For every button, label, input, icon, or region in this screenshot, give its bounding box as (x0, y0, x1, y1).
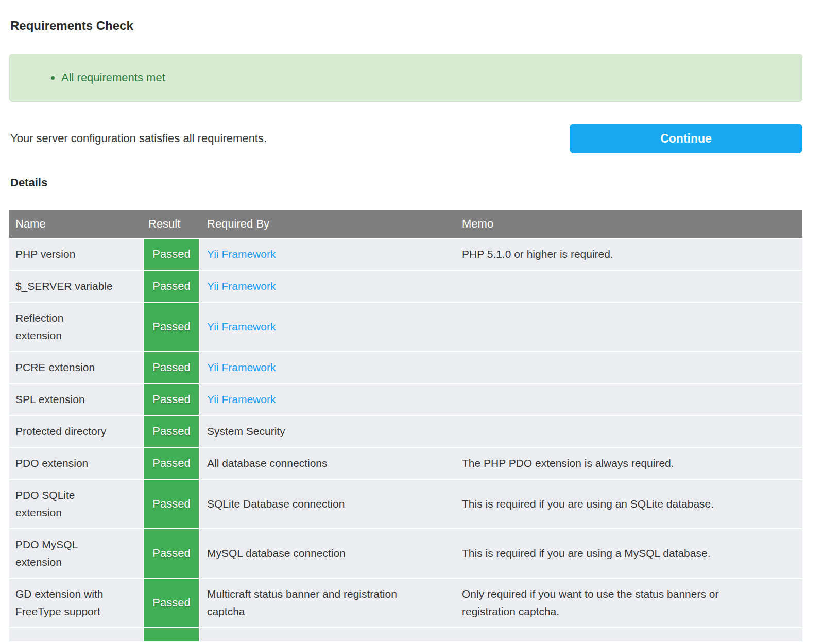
name-cell: PDO MySQL extension (9, 529, 143, 579)
name-cell: PCRE extension (9, 352, 143, 384)
result-badge (143, 628, 200, 642)
required-by-cell: System Security (200, 416, 456, 448)
col-header-result: Result (143, 210, 200, 239)
required-by-cell: Yii Framework (200, 384, 456, 416)
table-row (9, 628, 802, 642)
result-badge: Passed (143, 448, 200, 480)
required-by-link[interactable]: Yii Framework (207, 280, 276, 292)
alert-item: All requirements met (61, 71, 802, 85)
table-body: PHP versionPassedYii FrameworkPHP 5.1.0 … (9, 239, 802, 642)
name-cell: GD extension with FreeType support (9, 579, 143, 628)
required-by-link[interactable]: Yii Framework (207, 321, 276, 333)
name-cell (9, 628, 143, 642)
memo-cell (456, 416, 802, 448)
name-cell: $_SERVER variable (9, 271, 143, 303)
status-text: Your server configuration satisfies all … (9, 132, 267, 145)
table-row: $_SERVER variablePassedYii Framework (9, 271, 802, 303)
name-cell: PHP version (9, 239, 143, 271)
required-by-cell: SQLite Database connection (200, 480, 456, 529)
result-badge: Passed (143, 303, 200, 352)
table-row: PHP versionPassedYii FrameworkPHP 5.1.0 … (9, 239, 802, 271)
result-badge: Passed (143, 529, 200, 579)
required-by-cell: MySQL database connection (200, 529, 456, 579)
name-cell: Protected directory (9, 416, 143, 448)
result-badge: Passed (143, 384, 200, 416)
requirements-table: Name Result Required By Memo PHP version… (9, 210, 802, 642)
required-by-cell: Yii Framework (200, 239, 456, 271)
memo-cell (456, 271, 802, 303)
memo-cell: This is required if you are using a MySQ… (456, 529, 802, 579)
result-badge: Passed (143, 352, 200, 384)
memo-cell (456, 352, 802, 384)
page-title: Requirements Check (10, 19, 802, 33)
required-by-cell: Yii Framework (200, 303, 456, 352)
memo-cell (456, 384, 802, 416)
required-by-cell: Yii Framework (200, 271, 456, 303)
required-by-cell: All database connections (200, 448, 456, 480)
success-alert: All requirements met (9, 54, 802, 102)
details-title: Details (10, 176, 802, 189)
required-by-cell: Yii Framework (200, 352, 456, 384)
name-cell: PDO SQLite extension (9, 480, 143, 529)
alert-list: All requirements met (10, 71, 802, 85)
result-badge: Passed (143, 579, 200, 628)
continue-button[interactable]: Continue (570, 124, 802, 153)
table-header-row: Name Result Required By Memo (9, 210, 802, 239)
table-row: PCRE extensionPassedYii Framework (9, 352, 802, 384)
required-by-link[interactable]: Yii Framework (207, 248, 276, 260)
table-row: Protected directoryPassedSystem Security (9, 416, 802, 448)
result-badge: Passed (143, 271, 200, 303)
table-row: PDO SQLite extensionPassedSQLite Databas… (9, 480, 802, 529)
memo-cell: Only required if you want to use the sta… (456, 579, 802, 628)
required-by-cell (200, 628, 456, 642)
status-row: Your server configuration satisfies all … (9, 124, 802, 153)
required-by-link[interactable]: Yii Framework (207, 393, 276, 405)
required-by-cell: Multicraft status banner and registratio… (200, 579, 456, 628)
memo-cell: PHP 5.1.0 or higher is required. (456, 239, 802, 271)
table-row: GD extension with FreeType supportPassed… (9, 579, 802, 628)
name-cell: Reflection extension (9, 303, 143, 352)
table-row: PDO MySQL extensionPassedMySQL database … (9, 529, 802, 579)
table-row: SPL extensionPassedYii Framework (9, 384, 802, 416)
result-badge: Passed (143, 416, 200, 448)
name-cell: PDO extension (9, 448, 143, 480)
memo-cell (456, 628, 802, 642)
result-badge: Passed (143, 239, 200, 271)
memo-cell: This is required if you are using an SQL… (456, 480, 802, 529)
memo-cell (456, 303, 802, 352)
table-row: PDO extensionPassedAll database connecti… (9, 448, 802, 480)
col-header-memo: Memo (456, 210, 802, 239)
result-badge: Passed (143, 480, 200, 529)
name-cell: SPL extension (9, 384, 143, 416)
table-row: Reflection extensionPassedYii Framework (9, 303, 802, 352)
col-header-name: Name (9, 210, 143, 239)
col-header-required-by: Required By (200, 210, 456, 239)
required-by-link[interactable]: Yii Framework (207, 361, 276, 373)
requirements-page: Requirements Check All requirements met … (0, 19, 824, 642)
memo-cell: The PHP PDO extension is always required… (456, 448, 802, 480)
